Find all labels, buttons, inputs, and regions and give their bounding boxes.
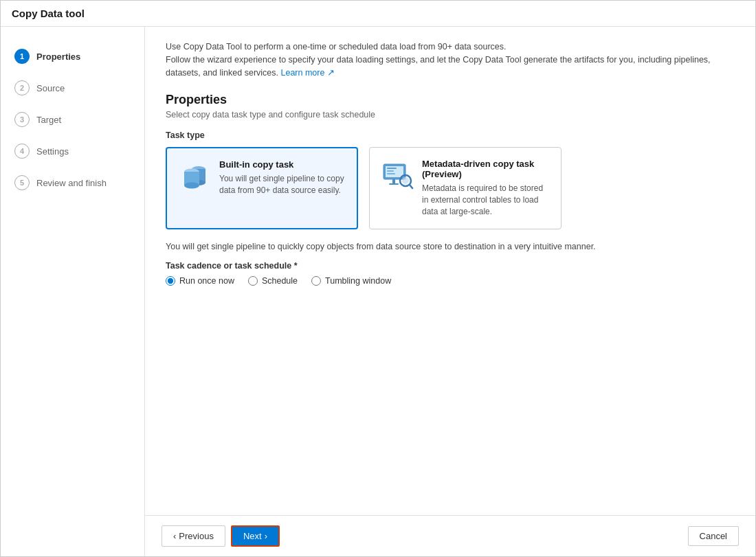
task-type-cards: Built-in copy task You will get single p… <box>166 147 735 229</box>
intro-line3: linked services. <box>220 68 278 78</box>
properties-subtitle: Select copy data task type and configure… <box>166 110 735 120</box>
radio-tumbling-label: Tumbling window <box>325 276 391 286</box>
svg-rect-9 <box>387 170 394 172</box>
built-in-copy-task-card[interactable]: Built-in copy task You will get single p… <box>166 147 358 229</box>
radio-group-cadence: Run once now Schedule Tumbling window <box>166 276 735 286</box>
step-circle-1: 1 <box>14 49 30 64</box>
intro-line1: Use Copy Data Tool to perform a one-time… <box>166 42 507 52</box>
metadata-card-title: Metadata-driven copy task (Preview) <box>422 159 550 179</box>
title-bar: Copy Data tool <box>1 1 755 27</box>
sidebar-label-target: Target <box>36 115 61 125</box>
built-in-icon <box>178 159 211 192</box>
metadata-card-desc: Metadata is required to be stored in ext… <box>422 183 550 217</box>
svg-rect-12 <box>389 183 399 185</box>
built-in-card-desc: You will get single pipeline to copy dat… <box>219 173 346 196</box>
properties-title: Properties <box>166 93 735 107</box>
cancel-button[interactable]: Cancel <box>688 526 739 546</box>
content-area: Use Copy Data Tool to perform a one-time… <box>145 27 755 556</box>
intro-text: Use Copy Data Tool to perform a one-time… <box>166 41 735 79</box>
sidebar-label-settings: Settings <box>36 146 69 157</box>
sidebar-item-properties[interactable]: 1 Properties <box>1 41 144 72</box>
built-in-card-title: Built-in copy task <box>219 159 346 170</box>
footer-buttons-left: ‹ Previous Next › <box>162 525 280 547</box>
sidebar-label-review: Review and finish <box>36 178 107 188</box>
prev-icon: ‹ <box>173 531 176 541</box>
svg-rect-10 <box>387 173 395 174</box>
radio-run-once-input[interactable] <box>166 276 175 286</box>
built-in-card-content: Built-in copy task You will get single p… <box>219 159 346 196</box>
next-button[interactable]: Next › <box>231 525 280 547</box>
radio-run-once-label: Run once now <box>179 276 234 286</box>
pipeline-desc: You will get single pipeline to quickly … <box>166 242 715 251</box>
sidebar-label-properties: Properties <box>36 52 80 62</box>
svg-point-5 <box>184 183 199 189</box>
radio-schedule[interactable]: Schedule <box>248 276 298 286</box>
properties-section: Properties Select copy data task type an… <box>166 93 735 285</box>
previous-label: Previous <box>179 531 214 541</box>
sidebar: 1 Properties 2 Source 3 Target 4 Setting… <box>1 27 145 556</box>
sidebar-label-source: Source <box>36 83 65 93</box>
radio-schedule-input[interactable] <box>248 276 258 286</box>
next-icon: › <box>265 531 267 541</box>
radio-run-once[interactable]: Run once now <box>166 276 234 286</box>
window-title: Copy Data tool <box>12 8 85 19</box>
sidebar-item-target[interactable]: 3 Target <box>1 104 144 135</box>
svg-rect-8 <box>387 168 397 169</box>
content-scroll: Use Copy Data Tool to perform a one-time… <box>145 27 755 515</box>
sidebar-item-review[interactable]: 5 Review and finish <box>1 167 144 198</box>
step-circle-2: 2 <box>14 80 30 95</box>
svg-rect-11 <box>392 179 395 183</box>
learn-more-link[interactable]: Learn more ↗ <box>280 68 334 78</box>
previous-button[interactable]: ‹ Previous <box>162 525 225 547</box>
next-label: Next <box>243 531 262 541</box>
sidebar-item-source[interactable]: 2 Source <box>1 72 144 104</box>
copy-data-tool-window: Copy Data tool 1 Properties 2 Source 3 T… <box>0 0 756 557</box>
step-circle-3: 3 <box>14 112 30 127</box>
task-type-label: Task type <box>166 130 735 140</box>
cadence-label: Task cadence or task schedule * <box>166 261 735 271</box>
svg-point-14 <box>402 177 409 184</box>
external-link-icon: ↗ <box>327 68 335 78</box>
step-circle-5: 5 <box>14 175 30 190</box>
step-circle-4: 4 <box>14 144 30 159</box>
radio-tumbling-input[interactable] <box>311 276 321 286</box>
svg-line-15 <box>410 185 412 188</box>
sidebar-item-settings[interactable]: 4 Settings <box>1 135 144 167</box>
metadata-driven-card[interactable]: Metadata-driven copy task (Preview) Meta… <box>369 147 562 229</box>
cancel-label: Cancel <box>700 531 727 541</box>
radio-tumbling[interactable]: Tumbling window <box>311 276 391 286</box>
footer: ‹ Previous Next › Cancel <box>145 515 755 556</box>
radio-schedule-label: Schedule <box>262 276 298 286</box>
main-layout: 1 Properties 2 Source 3 Target 4 Setting… <box>1 27 755 556</box>
metadata-card-content: Metadata-driven copy task (Preview) Meta… <box>422 159 550 217</box>
metadata-icon <box>381 159 414 192</box>
